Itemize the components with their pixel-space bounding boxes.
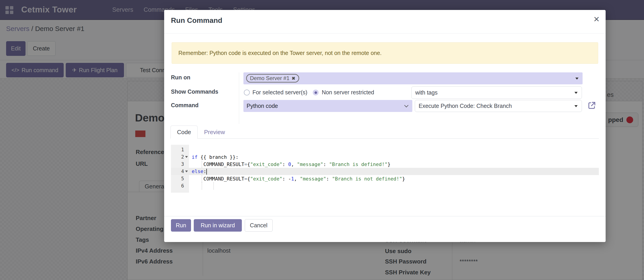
- close-icon[interactable]: ✕: [594, 15, 600, 23]
- run-command-modal: Run Command ✕ Remember: Python code is e…: [164, 10, 606, 242]
- code-line: 1: [171, 146, 599, 153]
- chevron-down-icon: [404, 103, 408, 107]
- indent-guide: [214, 182, 214, 190]
- radio-for-selected-servers[interactable]: [244, 90, 250, 95]
- run-button[interactable]: Run: [171, 219, 191, 232]
- run-on-label: Run on: [171, 74, 190, 81]
- caret-down-icon: [574, 92, 578, 94]
- modal-footer-divider: [164, 216, 606, 216]
- app-screen: Cetmix Tower Servers Commands Files Tool…: [0, 0, 644, 280]
- tag-remove-icon[interactable]: ✖: [292, 76, 295, 81]
- modal-title: Run Command: [171, 16, 222, 25]
- warning-banner: Remember: Python code is executed on the…: [172, 42, 598, 64]
- tab-preview[interactable]: Preview: [198, 125, 232, 139]
- code-line: 6: [171, 182, 599, 190]
- caret-down-icon: [574, 105, 578, 107]
- code-line: 4 else:: [171, 168, 599, 175]
- radio-non-server-restricted-label[interactable]: Non server restricted: [322, 89, 374, 96]
- text-cursor: [206, 169, 207, 175]
- with-tags-select[interactable]: with tags: [412, 86, 582, 99]
- code-line: 2 if {{ branch }}:: [171, 153, 599, 161]
- indent-guide: [202, 182, 202, 190]
- indent-guide: [202, 175, 202, 182]
- cancel-button[interactable]: Cancel: [245, 219, 272, 232]
- show-commands-label: Show Commands: [171, 88, 218, 95]
- radio-for-selected-servers-label[interactable]: For selected server(s): [252, 89, 307, 96]
- command-type-select[interactable]: Python code: [244, 100, 412, 112]
- run-in-wizard-button[interactable]: Run in wizard: [194, 219, 242, 232]
- indent-guide: [202, 161, 202, 168]
- server-tag: Demo Server #1 ✖: [246, 74, 299, 83]
- command-label: Command: [171, 102, 198, 108]
- code-line: 3 COMMAND_RESULT={"exit_code": 0, "messa…: [171, 161, 599, 168]
- tab-bar-divider: [170, 138, 599, 139]
- caret-down-icon: [575, 78, 578, 80]
- tab-code[interactable]: Code: [170, 125, 198, 139]
- server-tag-label: Demo Server #1: [250, 75, 290, 81]
- form-label-divider: [239, 72, 239, 124]
- code-editor[interactable]: 1 2 if {{ branch }}: 3 COMMAND_RESULT={"…: [171, 145, 599, 193]
- fold-arrow-icon[interactable]: [185, 171, 188, 172]
- modal-header-divider: [164, 33, 606, 34]
- fold-arrow-icon[interactable]: [185, 156, 188, 158]
- command-name-select[interactable]: Execute Python Code: Check Branch: [415, 100, 582, 112]
- radio-non-server-restricted[interactable]: [313, 90, 318, 95]
- run-on-field[interactable]: Demo Server #1 ✖: [244, 72, 582, 84]
- code-line: 5 COMMAND_RESULT={"exit_code": -1, "mess…: [171, 175, 599, 182]
- warning-text: Remember: Python code is executed on the…: [178, 50, 382, 56]
- external-link-icon[interactable]: [587, 101, 596, 110]
